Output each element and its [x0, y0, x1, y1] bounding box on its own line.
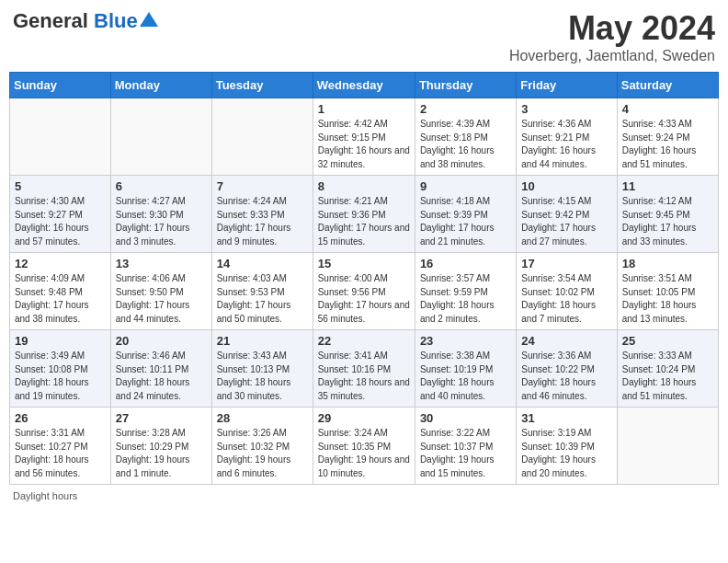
- calendar-cell: 5Sunrise: 4:30 AM Sunset: 9:27 PM Daylig…: [10, 176, 111, 253]
- calendar-cell: 12Sunrise: 4:09 AM Sunset: 9:48 PM Dayli…: [10, 253, 111, 330]
- calendar-cell: 2Sunrise: 4:39 AM Sunset: 9:18 PM Daylig…: [415, 98, 516, 176]
- day-info: Sunrise: 3:24 AM Sunset: 10:35 PM Daylig…: [318, 427, 410, 480]
- calendar-table: SundayMondayTuesdayWednesdayThursdayFrid…: [9, 72, 719, 485]
- calendar-cell: 3Sunrise: 4:36 AM Sunset: 9:21 PM Daylig…: [517, 98, 617, 176]
- day-info: Sunrise: 3:28 AM Sunset: 10:29 PM Daylig…: [116, 427, 207, 480]
- day-number: 30: [420, 411, 511, 425]
- calendar-cell: 22Sunrise: 3:41 AM Sunset: 10:16 PM Dayl…: [313, 330, 415, 408]
- day-number: 16: [420, 257, 511, 270]
- day-number: 2: [420, 102, 511, 116]
- logo-blue-text: Blue: [94, 9, 138, 32]
- calendar-cell: 6Sunrise: 4:27 AM Sunset: 9:30 PM Daylig…: [110, 176, 211, 253]
- daylight-label: Daylight hours: [13, 490, 77, 501]
- calendar-cell: 24Sunrise: 3:36 AM Sunset: 10:22 PM Dayl…: [517, 330, 617, 408]
- day-number: 26: [15, 411, 106, 425]
- calendar-cell: 31Sunrise: 3:19 AM Sunset: 10:39 PM Dayl…: [517, 408, 617, 485]
- logo-icon: [140, 10, 158, 29]
- weekday-header-monday: Monday: [110, 73, 211, 98]
- calendar-cell: 30Sunrise: 3:22 AM Sunset: 10:37 PM Dayl…: [415, 408, 516, 485]
- calendar-cell: 11Sunrise: 4:12 AM Sunset: 9:45 PM Dayli…: [617, 176, 718, 253]
- day-info: Sunrise: 4:09 AM Sunset: 9:48 PM Dayligh…: [15, 272, 106, 326]
- calendar-week-1: 1Sunrise: 4:42 AM Sunset: 9:15 PM Daylig…: [10, 98, 719, 176]
- calendar-cell: 26Sunrise: 3:31 AM Sunset: 10:27 PM Dayl…: [10, 408, 111, 485]
- weekday-header-thursday: Thursday: [415, 73, 516, 98]
- day-number: 29: [318, 411, 410, 425]
- weekday-header-tuesday: Tuesday: [211, 73, 313, 98]
- calendar-cell: 7Sunrise: 4:24 AM Sunset: 9:33 PM Daylig…: [211, 176, 313, 253]
- day-info: Sunrise: 4:06 AM Sunset: 9:50 PM Dayligh…: [116, 272, 207, 326]
- day-number: 18: [622, 257, 713, 270]
- calendar-week-5: 26Sunrise: 3:31 AM Sunset: 10:27 PM Dayl…: [10, 408, 719, 485]
- day-number: 27: [116, 411, 207, 425]
- day-info: Sunrise: 4:00 AM Sunset: 9:56 PM Dayligh…: [318, 272, 410, 326]
- calendar-cell: 15Sunrise: 4:00 AM Sunset: 9:56 PM Dayli…: [313, 253, 415, 330]
- month-year-title: May 2024: [509, 9, 715, 48]
- day-info: Sunrise: 4:15 AM Sunset: 9:42 PM Dayligh…: [521, 195, 611, 248]
- title-area: May 2024 Hoverberg, Jaemtland, Sweden: [509, 9, 715, 64]
- calendar-cell: [10, 98, 111, 176]
- weekday-header-sunday: Sunday: [10, 73, 111, 98]
- calendar-cell: 18Sunrise: 3:51 AM Sunset: 10:05 PM Dayl…: [617, 253, 718, 330]
- calendar-cell: 14Sunrise: 4:03 AM Sunset: 9:53 PM Dayli…: [211, 253, 313, 330]
- day-number: 14: [217, 257, 308, 270]
- day-number: 28: [217, 411, 308, 425]
- calendar-week-3: 12Sunrise: 4:09 AM Sunset: 9:48 PM Dayli…: [10, 253, 719, 330]
- day-number: 22: [318, 334, 410, 348]
- day-info: Sunrise: 4:42 AM Sunset: 9:15 PM Dayligh…: [318, 118, 410, 171]
- calendar-cell: 23Sunrise: 3:38 AM Sunset: 10:19 PM Dayl…: [415, 330, 516, 408]
- calendar-cell: 17Sunrise: 3:54 AM Sunset: 10:02 PM Dayl…: [517, 253, 617, 330]
- day-info: Sunrise: 4:12 AM Sunset: 9:45 PM Dayligh…: [622, 195, 713, 248]
- day-number: 13: [116, 257, 207, 270]
- day-info: Sunrise: 3:26 AM Sunset: 10:32 PM Daylig…: [217, 427, 308, 480]
- day-info: Sunrise: 4:33 AM Sunset: 9:24 PM Dayligh…: [622, 118, 713, 171]
- day-number: 17: [521, 257, 611, 270]
- day-info: Sunrise: 3:31 AM Sunset: 10:27 PM Daylig…: [15, 427, 106, 480]
- day-number: 9: [420, 179, 511, 193]
- weekday-header-saturday: Saturday: [617, 73, 718, 98]
- day-info: Sunrise: 3:22 AM Sunset: 10:37 PM Daylig…: [420, 427, 511, 480]
- day-number: 15: [318, 257, 410, 270]
- day-info: Sunrise: 4:39 AM Sunset: 9:18 PM Dayligh…: [420, 118, 511, 171]
- day-info: Sunrise: 4:18 AM Sunset: 9:39 PM Dayligh…: [420, 195, 511, 248]
- weekday-header-friday: Friday: [517, 73, 617, 98]
- calendar-cell: 16Sunrise: 3:57 AM Sunset: 9:59 PM Dayli…: [415, 253, 516, 330]
- calendar-cell: 8Sunrise: 4:21 AM Sunset: 9:36 PM Daylig…: [313, 176, 415, 253]
- day-info: Sunrise: 3:57 AM Sunset: 9:59 PM Dayligh…: [420, 272, 511, 326]
- location-text: Hoverberg, Jaemtland, Sweden: [509, 48, 715, 64]
- calendar-cell: 10Sunrise: 4:15 AM Sunset: 9:42 PM Dayli…: [517, 176, 617, 253]
- footer: Daylight hours: [9, 490, 719, 501]
- logo: General Blue: [13, 9, 158, 33]
- day-number: 3: [521, 102, 611, 116]
- page-header: General Blue May 2024 Hoverberg, Jaemtla…: [9, 9, 719, 64]
- day-number: 12: [15, 257, 106, 270]
- day-number: 20: [116, 334, 207, 348]
- day-info: Sunrise: 4:36 AM Sunset: 9:21 PM Dayligh…: [521, 118, 611, 171]
- day-number: 31: [521, 411, 611, 425]
- day-info: Sunrise: 4:24 AM Sunset: 9:33 PM Dayligh…: [217, 195, 308, 248]
- day-info: Sunrise: 3:54 AM Sunset: 10:02 PM Daylig…: [521, 272, 611, 326]
- day-info: Sunrise: 3:49 AM Sunset: 10:08 PM Daylig…: [15, 350, 106, 403]
- day-info: Sunrise: 3:51 AM Sunset: 10:05 PM Daylig…: [622, 272, 713, 326]
- day-number: 23: [420, 334, 511, 348]
- day-info: Sunrise: 3:19 AM Sunset: 10:39 PM Daylig…: [521, 427, 611, 480]
- calendar-cell: 29Sunrise: 3:24 AM Sunset: 10:35 PM Dayl…: [313, 408, 415, 485]
- day-number: 25: [622, 334, 713, 348]
- day-number: 7: [217, 179, 308, 193]
- calendar-cell: [110, 98, 211, 176]
- day-info: Sunrise: 3:43 AM Sunset: 10:13 PM Daylig…: [217, 350, 308, 403]
- day-number: 4: [622, 102, 713, 116]
- day-info: Sunrise: 4:27 AM Sunset: 9:30 PM Dayligh…: [116, 195, 207, 248]
- day-info: Sunrise: 3:38 AM Sunset: 10:19 PM Daylig…: [420, 350, 511, 403]
- logo-text: General Blue: [13, 9, 138, 33]
- day-info: Sunrise: 3:33 AM Sunset: 10:24 PM Daylig…: [622, 350, 713, 403]
- day-info: Sunrise: 4:21 AM Sunset: 9:36 PM Dayligh…: [318, 195, 410, 248]
- calendar-cell: 21Sunrise: 3:43 AM Sunset: 10:13 PM Dayl…: [211, 330, 313, 408]
- calendar-cell: 27Sunrise: 3:28 AM Sunset: 10:29 PM Dayl…: [110, 408, 211, 485]
- calendar-cell: 4Sunrise: 4:33 AM Sunset: 9:24 PM Daylig…: [617, 98, 718, 176]
- calendar-week-4: 19Sunrise: 3:49 AM Sunset: 10:08 PM Dayl…: [10, 330, 719, 408]
- day-info: Sunrise: 4:30 AM Sunset: 9:27 PM Dayligh…: [15, 195, 106, 248]
- day-info: Sunrise: 3:41 AM Sunset: 10:16 PM Daylig…: [318, 350, 410, 403]
- day-info: Sunrise: 3:46 AM Sunset: 10:11 PM Daylig…: [116, 350, 207, 403]
- calendar-cell: 20Sunrise: 3:46 AM Sunset: 10:11 PM Dayl…: [110, 330, 211, 408]
- weekday-header-row: SundayMondayTuesdayWednesdayThursdayFrid…: [10, 73, 719, 98]
